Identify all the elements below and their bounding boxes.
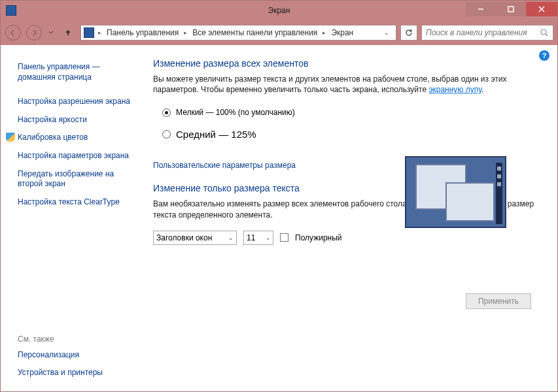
sidebar-link-project[interactable]: Передать изображение на второй экран (18, 165, 135, 193)
close-icon (538, 6, 545, 12)
radio-icon (162, 130, 171, 139)
address-bar[interactable]: ▸ Панель управления ▸ Все элементы панел… (80, 25, 396, 41)
up-arrow-icon (64, 29, 72, 37)
see-also-devices[interactable]: Устройства и принтеры (18, 364, 135, 382)
history-dropdown[interactable] (46, 24, 56, 41)
titlebar[interactable]: Экран (1, 1, 557, 20)
desc-text: . (481, 85, 483, 94)
svg-point-4 (541, 29, 546, 35)
bold-checkbox[interactable] (280, 233, 288, 242)
svg-rect-1 (508, 7, 514, 12)
maximize-icon (508, 6, 514, 12)
search-input[interactable] (426, 28, 540, 37)
breadcrumb-item[interactable]: Панель управления (105, 28, 180, 37)
forward-button[interactable] (26, 24, 43, 41)
help-icon[interactable]: ? (539, 50, 549, 61)
element-select[interactable]: Заголовки окон ⌄ (153, 231, 237, 245)
radio-label: Средний — 125% (176, 129, 256, 140)
bold-label: Полужирный (295, 233, 342, 242)
window-controls (466, 5, 557, 16)
up-button[interactable] (60, 24, 77, 41)
maximize-button[interactable] (496, 2, 526, 16)
radio-option-medium[interactable]: Средний — 125% (153, 126, 538, 153)
select-value: Заголовки окон (156, 233, 212, 242)
chevron-down-icon: ⌄ (266, 235, 271, 241)
chevron-down-icon (48, 31, 54, 35)
search-icon (540, 28, 549, 37)
main-panel: Изменение размера всех элементов Вы може… (141, 45, 557, 391)
breadcrumb-separator: ▸ (96, 29, 104, 36)
select-value: 11 (247, 233, 255, 242)
sidebar-link-calibration[interactable]: Калибровка цветов (18, 129, 135, 147)
desc-resize-all: Вы можете увеличить размер текста и друг… (153, 74, 538, 95)
sidebar-link-brightness[interactable]: Настройка яркости (18, 111, 135, 129)
search-box[interactable] (421, 25, 553, 41)
sidebar-home-link[interactable]: Панель управления — домашняя страница (18, 58, 135, 86)
back-arrow-icon (5, 25, 21, 41)
breadcrumb-item[interactable]: Экран (330, 28, 355, 37)
breadcrumb-separator: ▸ (320, 29, 328, 36)
text-size-controls: Заголовки окон ⌄ 11 ⌄ Полужирный (153, 231, 538, 245)
breadcrumb-item[interactable]: Все элементы панели управления (191, 28, 319, 37)
see-also-heading: См. также (18, 329, 135, 346)
content-area: ? Панель управления — домашняя страница … (1, 45, 557, 391)
heading-resize-all: Изменение размера всех элементов (153, 58, 538, 69)
size-select[interactable]: 11 ⌄ (243, 231, 273, 245)
sidebar-link-resolution[interactable]: Настройка разрешения экрана (18, 93, 135, 111)
location-icon (84, 27, 94, 38)
address-dropdown-icon[interactable]: ⌄ (380, 29, 393, 36)
svg-line-5 (546, 34, 548, 36)
back-button[interactable] (5, 24, 22, 41)
radio-label: Мелкий — 100% (по умолчанию) (176, 108, 295, 117)
app-icon (6, 5, 16, 16)
chevron-down-icon: ⌄ (228, 235, 234, 241)
window-frame: Экран (0, 0, 558, 392)
sidebar: Панель управления — домашняя страница На… (1, 45, 141, 391)
see-also-personalization[interactable]: Персонализация (18, 346, 135, 365)
refresh-button[interactable] (400, 25, 417, 41)
sidebar-link-display-settings[interactable]: Настройка параметров экрана (18, 147, 135, 165)
magnifier-link[interactable]: экранную лупу (428, 85, 481, 94)
navigation-bar: ▸ Панель управления ▸ Все элементы панел… (1, 20, 557, 45)
minimize-button[interactable] (466, 2, 496, 16)
apply-button[interactable]: Применить (466, 293, 531, 309)
close-button[interactable] (526, 2, 557, 16)
sidebar-link-cleartype[interactable]: Настройка текста ClearType (18, 193, 135, 212)
refresh-icon (404, 28, 413, 37)
radio-icon (162, 108, 171, 117)
radio-option-small[interactable]: Мелкий — 100% (по умолчанию) (153, 105, 538, 126)
breadcrumb-separator: ▸ (181, 29, 190, 36)
minimize-icon (478, 6, 484, 12)
preview-illustration (405, 156, 506, 228)
forward-arrow-icon (26, 25, 42, 41)
window-title: Экран (268, 6, 290, 15)
